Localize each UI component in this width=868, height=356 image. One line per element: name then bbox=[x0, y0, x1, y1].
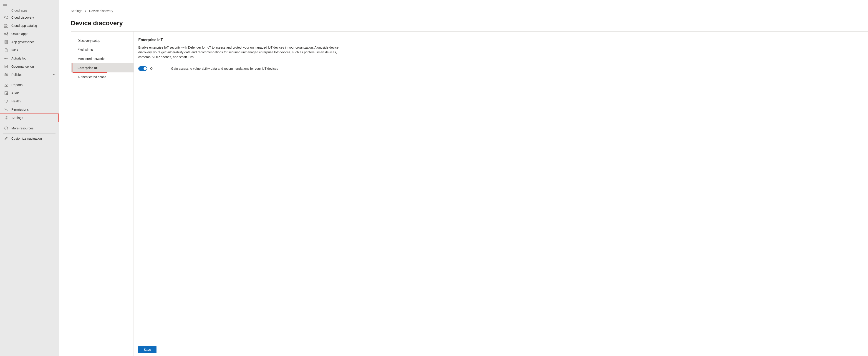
catalog-icon bbox=[4, 24, 8, 28]
gear-icon bbox=[4, 116, 8, 120]
sidebar-item-label: Activity log bbox=[11, 57, 56, 60]
sidebar-item-cloud-discovery[interactable]: Cloud discovery bbox=[0, 13, 59, 22]
sidebar-item-label: Customize navigation bbox=[11, 137, 56, 140]
save-button[interactable]: Save bbox=[138, 346, 156, 353]
enterprise-iot-toggle[interactable] bbox=[138, 66, 147, 71]
nav-divider bbox=[3, 80, 56, 80]
left-sidebar: Cloud apps Cloud discovery Cloud app cat… bbox=[0, 0, 59, 356]
sidebar-item-settings[interactable]: Settings bbox=[0, 113, 59, 122]
health-icon bbox=[4, 99, 8, 103]
sidebar-item-label: Cloud apps bbox=[11, 9, 56, 12]
breadcrumb-root[interactable]: Settings bbox=[71, 9, 82, 13]
sidebar-item-permissions[interactable]: Permissions bbox=[0, 105, 59, 113]
subnav-item-discovery-setup[interactable]: Discovery setup bbox=[71, 36, 133, 45]
info-icon bbox=[4, 126, 8, 130]
detail-heading: Enterprise IoT bbox=[138, 38, 863, 42]
sidebar-item-label: Permissions bbox=[11, 108, 56, 111]
hamburger-menu[interactable] bbox=[0, 1, 59, 8]
svg-rect-6 bbox=[7, 24, 8, 25]
subnav: Discovery setup Exclusions Monitored net… bbox=[71, 32, 134, 356]
sidebar-item-label: Reports bbox=[11, 83, 56, 87]
chevron-right-icon bbox=[85, 9, 87, 13]
sidebar-item-audit[interactable]: Audit bbox=[0, 89, 59, 97]
cloud-discovery-icon bbox=[4, 15, 8, 20]
subnav-item-enterprise-iot[interactable]: Enterprise IoT bbox=[71, 63, 133, 72]
toggle-hint: Gain access to vulnerability data and re… bbox=[171, 67, 278, 70]
svg-point-27 bbox=[5, 74, 6, 74]
detail-scroll: Enterprise IoT Enable enterprise IoT sec… bbox=[134, 32, 868, 343]
subnav-item-exclusions[interactable]: Exclusions bbox=[71, 45, 133, 54]
svg-point-10 bbox=[7, 32, 8, 34]
app-governance-icon bbox=[4, 40, 8, 44]
page-title: Device discovery bbox=[59, 13, 868, 31]
sidebar-item-label: Cloud app catalog bbox=[11, 24, 56, 28]
sidebar-item-cloud-apps[interactable]: Cloud apps bbox=[0, 8, 59, 13]
sidebar-item-oauth-apps[interactable]: OAuth apps bbox=[0, 30, 59, 38]
svg-line-13 bbox=[6, 34, 7, 35]
svg-point-9 bbox=[4, 33, 6, 35]
nav-divider bbox=[3, 133, 56, 134]
sidebar-item-label: Policies bbox=[11, 73, 50, 76]
sidebar-item-label: Settings bbox=[11, 116, 55, 120]
subnav-item-monitored-networks[interactable]: Monitored networks bbox=[71, 54, 133, 63]
audit-icon bbox=[4, 91, 8, 95]
cloud-apps-icon bbox=[4, 8, 8, 12]
sidebar-item-label: OAuth apps bbox=[11, 32, 56, 36]
files-icon bbox=[4, 48, 8, 52]
oauth-icon bbox=[4, 32, 8, 36]
chevron-down-icon bbox=[53, 73, 56, 76]
svg-line-4 bbox=[7, 19, 8, 19]
svg-line-33 bbox=[7, 95, 8, 95]
permissions-icon bbox=[4, 107, 8, 111]
subnav-item-authenticated-scans[interactable]: Authenticated scans bbox=[71, 72, 133, 81]
svg-point-3 bbox=[7, 18, 7, 19]
edit-icon bbox=[4, 137, 8, 141]
svg-rect-8 bbox=[7, 26, 8, 28]
activity-icon bbox=[4, 56, 8, 60]
svg-line-36 bbox=[7, 110, 7, 110]
sidebar-item-policies[interactable]: Policies bbox=[0, 71, 59, 79]
hamburger-icon bbox=[3, 3, 7, 7]
svg-point-11 bbox=[7, 34, 8, 35]
sidebar-item-label: App governance bbox=[11, 40, 56, 44]
sidebar-item-customize-navigation[interactable]: Customize navigation bbox=[0, 134, 59, 143]
svg-point-37 bbox=[6, 117, 7, 118]
main-content: Settings Device discovery Device discove… bbox=[59, 0, 868, 356]
sidebar-item-label: Health bbox=[11, 100, 56, 103]
toggle-state-label: On bbox=[150, 67, 164, 70]
svg-point-29 bbox=[5, 75, 6, 76]
sidebar-item-label: Governance log bbox=[11, 65, 56, 68]
sidebar-item-governance-log[interactable]: Governance log bbox=[0, 63, 59, 71]
toggle-row: On Gain access to vulnerability data and… bbox=[138, 66, 863, 71]
svg-rect-5 bbox=[4, 24, 6, 25]
policies-icon bbox=[4, 73, 8, 77]
breadcrumb-current: Device discovery bbox=[89, 9, 113, 13]
svg-point-18 bbox=[5, 58, 5, 59]
svg-line-12 bbox=[6, 33, 7, 34]
sidebar-item-label: Files bbox=[11, 48, 56, 52]
content-wrap: Discovery setup Exclusions Monitored net… bbox=[71, 32, 868, 356]
svg-point-19 bbox=[7, 58, 8, 59]
sidebar-item-activity-log[interactable]: Activity log bbox=[0, 54, 59, 63]
reports-icon bbox=[4, 83, 8, 87]
sidebar-item-app-governance[interactable]: App governance bbox=[0, 38, 59, 46]
sidebar-item-label: Audit bbox=[11, 91, 56, 95]
governance-log-icon bbox=[4, 65, 8, 69]
svg-point-28 bbox=[7, 74, 7, 75]
sidebar-item-health[interactable]: Health bbox=[0, 97, 59, 105]
detail-pane: Enterprise IoT Enable enterprise IoT sec… bbox=[134, 32, 868, 356]
svg-rect-7 bbox=[4, 26, 6, 28]
sidebar-item-files[interactable]: Files bbox=[0, 46, 59, 54]
toggle-knob bbox=[144, 67, 147, 70]
breadcrumb: Settings Device discovery bbox=[59, 0, 868, 13]
sidebar-item-more-resources[interactable]: More resources bbox=[0, 124, 59, 132]
sidebar-item-reports[interactable]: Reports bbox=[0, 81, 59, 89]
sidebar-item-label: Cloud discovery bbox=[11, 16, 56, 19]
sidebar-item-label: More resources bbox=[11, 127, 56, 130]
sidebar-item-cloud-app-catalog[interactable]: Cloud app catalog bbox=[0, 22, 59, 30]
detail-description: Enable enterprise IoT security with Defe… bbox=[138, 45, 347, 60]
detail-footer: Save bbox=[134, 343, 868, 356]
